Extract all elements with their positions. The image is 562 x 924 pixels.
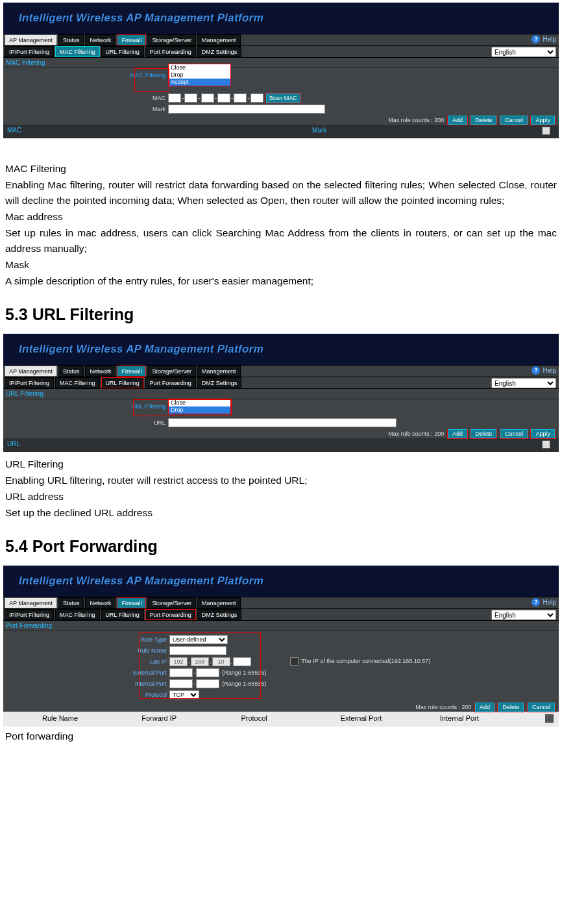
subtab-portforwarding[interactable]: Port Forwarding (145, 46, 196, 57)
external-port-label: External Port (3, 669, 169, 676)
language-select[interactable]: English (491, 47, 556, 57)
add-button[interactable]: Add (448, 429, 467, 438)
ip-oct-1[interactable]: 192 (169, 657, 188, 666)
cancel-button[interactable]: Cancel (528, 703, 555, 712)
subtab-dmz[interactable]: DMZ Settings (197, 377, 242, 388)
tab-network[interactable]: Network (85, 34, 116, 45)
banner-title: Intelligent Wireless AP Management Platf… (19, 12, 263, 25)
delete-button[interactable]: Delete (470, 429, 496, 438)
mark-input[interactable] (168, 105, 325, 114)
rule-name-label: Rule Name (3, 647, 169, 654)
subtab-mac[interactable]: MAC Filtering (55, 46, 100, 57)
subtab-portforwarding[interactable]: Port Forwarding (145, 377, 196, 388)
help-icon[interactable]: ? (531, 35, 540, 44)
apply-button[interactable]: Apply (531, 116, 555, 125)
mac-oct-6[interactable] (250, 94, 263, 103)
subtab-mac[interactable]: MAC Filtering (55, 609, 100, 620)
pf-heading: Port forwarding (5, 730, 557, 742)
protocol-label: Protocol (3, 692, 169, 698)
tab-management[interactable]: Management (197, 34, 241, 45)
tab-ap-management[interactable]: AP Management (5, 366, 57, 377)
subtab-dmz[interactable]: DMZ Settings (197, 609, 242, 620)
sub-tabs: IP/Port Filtering MAC Filtering URL Filt… (3, 46, 559, 58)
mac-oct-4[interactable] (217, 94, 230, 103)
mac-filtering-dropdown[interactable]: Close Drop Accept (168, 64, 231, 86)
rule-type-label: Rule Type (3, 636, 169, 643)
url-para2: Set up the declined URL address (5, 505, 557, 521)
panel-title: URL Filtering (3, 389, 559, 399)
ip-oct-4[interactable] (233, 657, 251, 666)
subtab-mac[interactable]: MAC Filtering (55, 377, 100, 388)
tab-ap-management[interactable]: AP Management (5, 34, 57, 45)
mac-oct-5[interactable] (234, 94, 247, 103)
tab-status[interactable]: Status (58, 366, 84, 377)
help-label[interactable]: Help (543, 36, 556, 43)
tab-network[interactable]: Network (85, 597, 116, 608)
tab-storage[interactable]: Storage/Server (147, 366, 196, 377)
help-icon[interactable]: ? (531, 598, 540, 606)
rule-type-select[interactable]: User-defined (169, 635, 228, 644)
col-mac: MAC (7, 127, 312, 136)
max-rule-counts: Max rule counts : 200 (388, 117, 444, 123)
banner: Intelligent Wireless AP Management Platf… (3, 566, 559, 597)
help-label[interactable]: Help (543, 599, 556, 606)
cancel-button[interactable]: Cancel (500, 429, 528, 438)
url-input[interactable] (168, 418, 397, 427)
cancel-button[interactable]: Cancel (500, 116, 528, 125)
tab-management[interactable]: Management (197, 366, 241, 377)
apply-button[interactable]: Apply (531, 429, 555, 438)
main-tabs: AP Management Status Network Firewall St… (3, 365, 559, 377)
col-forward-ip: Forward IP (141, 714, 241, 724)
subtab-portforwarding[interactable]: Port Forwarding (145, 609, 196, 620)
int-port-to[interactable] (196, 679, 219, 688)
ext-range: (Range 1-65535) (222, 669, 266, 676)
tab-ap-management[interactable]: AP Management (5, 597, 57, 608)
col-rule-name: Rule Name (42, 714, 141, 724)
tab-status[interactable]: Status (58, 34, 84, 45)
select-all-checkbox[interactable] (542, 127, 550, 135)
url-filtering-dropdown[interactable]: Close Drop (168, 399, 231, 414)
mac-oct-1[interactable] (168, 94, 181, 103)
add-button[interactable]: Add (448, 116, 467, 125)
ip-oct-3[interactable]: 10 (212, 657, 230, 666)
delete-button[interactable]: Delete (498, 703, 524, 712)
tab-storage[interactable]: Storage/Server (147, 597, 196, 608)
ext-port-from[interactable] (169, 668, 193, 677)
delete-button[interactable]: Delete (470, 116, 496, 125)
rule-name-input[interactable] (169, 646, 226, 655)
subtab-ipport[interactable]: IP/Port Filtering (5, 46, 54, 57)
subtab-url[interactable]: URL Filtering (101, 377, 144, 388)
ext-port-to[interactable] (196, 668, 219, 677)
language-select[interactable]: English (491, 610, 556, 620)
mac-oct-2[interactable] (184, 94, 197, 103)
mac-oct-3[interactable] (201, 94, 214, 103)
select-all-checkbox[interactable] (545, 714, 554, 723)
ip-note-checkbox[interactable] (290, 657, 299, 666)
banner-title: Intelligent Wireless AP Management Platf… (19, 343, 263, 356)
tab-network[interactable]: Network (85, 366, 116, 377)
tab-storage[interactable]: Storage/Server (147, 34, 196, 45)
subtab-ipport[interactable]: IP/Port Filtering (5, 377, 54, 388)
int-port-from[interactable] (169, 679, 193, 688)
main-tabs: AP Management Status Network Firewall St… (3, 34, 559, 46)
subtab-dmz[interactable]: DMZ Settings (197, 46, 242, 57)
tab-firewall[interactable]: Firewall (117, 34, 146, 45)
ip-oct-2[interactable]: 168 (191, 657, 209, 666)
help-icon[interactable]: ? (531, 366, 540, 375)
protocol-select[interactable]: TCP (169, 690, 199, 699)
select-all-checkbox[interactable] (542, 440, 550, 449)
subtab-ipport[interactable]: IP/Port Filtering (5, 609, 54, 620)
tab-firewall[interactable]: Firewall (117, 597, 146, 608)
help-label[interactable]: Help (543, 367, 556, 374)
add-button[interactable]: Add (475, 703, 495, 712)
language-select[interactable]: English (491, 378, 556, 388)
sub-tabs: IP/Port Filtering MAC Filtering URL Filt… (3, 377, 559, 389)
subtab-url[interactable]: URL Filtering (101, 46, 144, 57)
mark-label: Mark (3, 106, 168, 112)
tab-status[interactable]: Status (58, 597, 84, 608)
tab-management[interactable]: Management (197, 597, 241, 608)
scan-mac-button[interactable]: Scan MAC (266, 94, 300, 103)
subtab-url[interactable]: URL Filtering (101, 609, 144, 620)
mac-filtering-label: MAC Filtering (3, 72, 168, 79)
tab-firewall[interactable]: Firewall (117, 366, 146, 377)
